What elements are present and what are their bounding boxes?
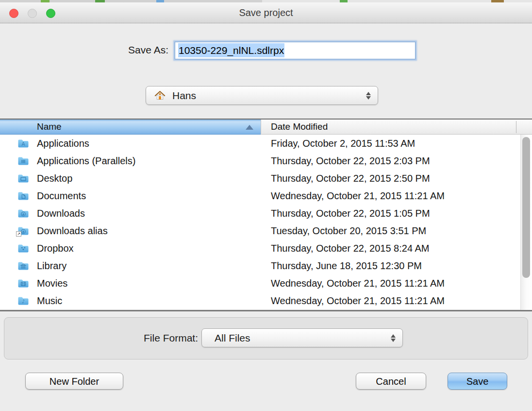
zoom-button[interactable] (46, 9, 55, 18)
file-name: Library (37, 257, 66, 274)
popup-stepper-icon (391, 334, 396, 342)
file-row[interactable]: ↗ Music Wednesday, October 21, 2015 11:2… (0, 292, 532, 309)
downloads-folder-icon: ↗ (17, 208, 29, 218)
documents-folder-icon: ↗ (17, 190, 29, 201)
save-as-label: Save As: (0, 44, 168, 56)
movies-folder-icon: ↗ (17, 278, 29, 288)
file-list: ↗ Applications Friday, October 2, 2015 1… (0, 135, 532, 309)
file-name: Documents (37, 187, 86, 205)
column-header-date-modified[interactable]: Date Modified (261, 120, 532, 135)
file-format-popup[interactable]: All Files (201, 328, 403, 347)
minimize-button (28, 9, 37, 18)
column-header-name-label: Name (37, 120, 62, 134)
file-name: Applications (37, 135, 89, 152)
header-divider (516, 121, 516, 133)
file-date: Thursday, October 22, 2015 2:03 PM (271, 152, 430, 170)
parallels-folder-icon: ↗ (17, 155, 29, 166)
applications-folder-icon: ↗ (17, 138, 29, 148)
file-date: Friday, October 2, 2015 11:53 AM (271, 135, 415, 152)
sort-ascending-icon (246, 125, 253, 130)
file-name: Downloads (37, 205, 85, 222)
file-name: Music (37, 292, 62, 309)
cancel-button[interactable]: Cancel (356, 373, 426, 390)
close-button[interactable] (9, 9, 18, 18)
list-bottom-divider (0, 310, 532, 311)
file-name: Desktop (37, 170, 72, 187)
save-dialog-window: Save project Save As: 10350-229_nlNL.sdl… (0, 0, 532, 411)
selected-filename-text: 10350-229_nlNL.sdlrpx (178, 43, 284, 57)
location-popup-value: Hans (172, 86, 196, 104)
popup-stepper-icon (366, 91, 371, 100)
column-header-date-label: Date Modified (271, 120, 328, 134)
file-row[interactable]: ↗ Downloads alias Tuesday, October 20, 2… (0, 222, 532, 240)
music-folder-icon: ↗ (17, 295, 29, 306)
file-date: Thursday, June 18, 2015 12:30 PM (271, 257, 422, 274)
filename-input[interactable]: 10350-229_nlNL.sdlrpx (175, 42, 416, 59)
library-folder-icon: ↗ (17, 260, 29, 271)
file-date: Wednesday, October 21, 2015 11:21 AM (271, 187, 445, 205)
file-date: Wednesday, October 21, 2015 11:21 AM (271, 274, 445, 292)
file-row[interactable]: ↗ Desktop Thursday, October 22, 2015 2:5… (0, 170, 532, 187)
file-date: Thursday, October 22, 2015 8:24 AM (271, 240, 429, 257)
list-header: Name Date Modified (0, 120, 532, 135)
file-row[interactable]: ↗ Library Thursday, June 18, 2015 12:30 … (0, 257, 532, 274)
vertical-scrollbar[interactable] (520, 135, 532, 310)
location-popup[interactable]: Hans (146, 86, 378, 105)
file-date: Tuesday, October 20, 2015 3:51 PM (271, 222, 426, 240)
file-name: Applications (Parallels) (37, 152, 135, 170)
file-format-label: File Format: (0, 332, 198, 344)
titlebar: Save project (0, 2, 532, 23)
dropbox-folder-icon: ↗ (17, 243, 29, 253)
alias-arrow-badge: ↗ (16, 231, 21, 237)
new-folder-button[interactable]: New Folder (25, 373, 123, 390)
downloads-folder-icon: ↗ (17, 225, 29, 236)
file-name: Downloads alias (37, 222, 108, 240)
file-date: Thursday, October 22, 2015 1:05 PM (271, 205, 430, 222)
window-title: Save project (0, 2, 532, 23)
home-icon (154, 89, 166, 102)
file-row[interactable]: ↗ Movies Wednesday, October 21, 2015 11:… (0, 274, 532, 292)
file-name: Movies (37, 274, 67, 292)
column-header-name[interactable]: Name (0, 120, 261, 135)
file-row[interactable]: ↗ Documents Wednesday, October 21, 2015 … (0, 187, 532, 205)
file-row[interactable]: ↗ Downloads Thursday, October 22, 2015 1… (0, 205, 532, 222)
file-name: Dropbox (37, 240, 74, 257)
file-format-value: All Files (215, 329, 250, 347)
file-date: Wednesday, October 21, 2015 11:21 AM (271, 292, 445, 309)
file-row[interactable]: ↗ Dropbox Thursday, October 22, 2015 8:2… (0, 240, 532, 257)
file-row[interactable]: ↗ Applications (Parallels) Thursday, Oct… (0, 152, 532, 170)
file-date: Thursday, October 22, 2015 2:50 PM (271, 170, 430, 187)
file-row[interactable]: ↗ Applications Friday, October 2, 2015 1… (0, 135, 532, 152)
scrollbar-thumb[interactable] (522, 137, 530, 278)
desktop-folder-icon: ↗ (17, 173, 29, 183)
save-button[interactable]: Save (448, 373, 507, 390)
